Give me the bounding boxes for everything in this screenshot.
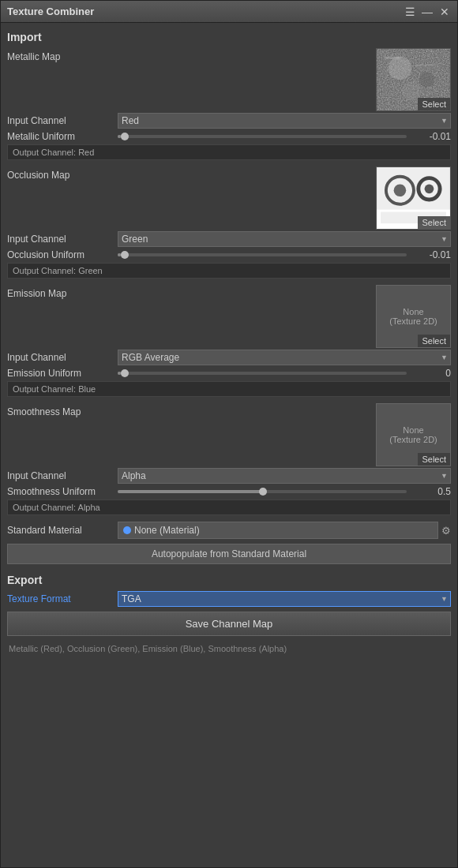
occlusion-map-block: Occlusion Map Select bbox=[7, 166, 451, 279]
footer-text: Metallic (Red), Occlusion (Green), Emiss… bbox=[7, 641, 451, 657]
metallic-slider-track bbox=[118, 135, 407, 138]
svg-rect-5 bbox=[385, 57, 400, 59]
occlusion-input-channel-select[interactable]: Green bbox=[118, 231, 451, 247]
smoothness-slider-fill bbox=[118, 490, 262, 493]
title-bar-left: Texture Combiner bbox=[7, 6, 94, 17]
smoothness-uniform-slider[interactable] bbox=[118, 486, 407, 497]
emission-none-label: None bbox=[403, 307, 423, 316]
metallic-map-block: Metallic Map bbox=[7, 48, 451, 160]
emission-slider-track bbox=[118, 372, 407, 375]
svg-point-12 bbox=[425, 184, 434, 193]
smoothness-uniform-row: Smoothness Uniform 0.5 bbox=[7, 486, 451, 497]
occlusion-input-channel-row: Input Channel Green bbox=[7, 231, 451, 247]
occlusion-map-thumbnail: Select bbox=[376, 166, 451, 230]
occlusion-map-label: Occlusion Map bbox=[7, 166, 376, 181]
window-title: Texture Combiner bbox=[7, 6, 94, 17]
emission-map-label: Emission Map bbox=[7, 285, 376, 299]
texture-format-dropdown-wrapper: TGA bbox=[118, 591, 451, 607]
material-value-container: None (Material) bbox=[118, 522, 438, 539]
occlusion-slider-thumb[interactable] bbox=[121, 251, 129, 259]
smoothness-slider-track bbox=[118, 490, 407, 493]
svg-point-10 bbox=[394, 184, 407, 196]
smoothness-select-button[interactable]: Select bbox=[418, 453, 450, 466]
occlusion-map-row: Occlusion Map Select bbox=[7, 166, 451, 230]
metallic-select-button[interactable]: Select bbox=[418, 98, 450, 110]
minimize-icon[interactable]: — bbox=[421, 6, 434, 18]
metallic-input-channel-select[interactable]: Red bbox=[118, 113, 451, 129]
title-bar-controls: ☰ — ✕ bbox=[404, 6, 451, 18]
metallic-uniform-label: Metallic Uniform bbox=[7, 131, 118, 142]
occlusion-output-channel: Output Channel: Green bbox=[7, 263, 451, 279]
metallic-input-channel-row: Input Channel Red bbox=[7, 113, 451, 129]
metallic-map-thumbnail: Select bbox=[376, 48, 451, 111]
emission-output-channel: Output Channel: Blue bbox=[7, 381, 451, 397]
metallic-uniform-slider[interactable] bbox=[118, 131, 407, 142]
smoothness-input-channel-dropdown-wrapper: Alpha bbox=[118, 468, 451, 484]
emission-map-row: Emission Map None (Texture 2D) Select bbox=[7, 285, 451, 348]
svg-point-2 bbox=[389, 57, 411, 80]
occlusion-uniform-label: Occlusion Uniform bbox=[7, 249, 118, 260]
emission-input-channel-dropdown-wrapper: RGB Average bbox=[118, 350, 451, 365]
metallic-input-channel-label: Input Channel bbox=[7, 115, 118, 126]
smoothness-input-channel-label: Input Channel bbox=[7, 470, 118, 481]
material-label: Standard Material bbox=[7, 525, 118, 536]
save-channel-map-button[interactable]: Save Channel Map bbox=[7, 612, 451, 636]
emission-uniform-label: Emission Uniform bbox=[7, 368, 118, 379]
occlusion-input-channel-label: Input Channel bbox=[7, 234, 118, 245]
smoothness-none-label: None bbox=[403, 425, 423, 435]
svg-point-3 bbox=[419, 72, 435, 88]
occlusion-uniform-row: Occlusion Uniform -0.01 bbox=[7, 249, 451, 260]
metallic-slider-thumb[interactable] bbox=[121, 133, 129, 140]
emission-input-channel-select[interactable]: RGB Average bbox=[118, 350, 451, 365]
metallic-output-channel: Output Channel: Red bbox=[7, 144, 451, 160]
texture-format-select[interactable]: TGA bbox=[118, 591, 451, 607]
import-header: Import bbox=[7, 31, 451, 43]
emission-uniform-value: 0 bbox=[411, 368, 451, 379]
metallic-map-row: Metallic Map bbox=[7, 48, 451, 111]
smoothness-input-channel-select[interactable]: Alpha bbox=[118, 468, 451, 484]
emission-select-button[interactable]: Select bbox=[418, 335, 450, 347]
material-dot-icon bbox=[123, 526, 131, 534]
emission-map-block: Emission Map None (Texture 2D) Select In… bbox=[7, 285, 451, 397]
emission-none-sub: (Texture 2D) bbox=[389, 316, 437, 326]
main-content: Import Metallic Map bbox=[1, 23, 457, 867]
smoothness-uniform-label: Smoothness Uniform bbox=[7, 486, 118, 497]
smoothness-input-channel-row: Input Channel Alpha bbox=[7, 468, 451, 484]
metallic-uniform-row: Metallic Uniform -0.01 bbox=[7, 131, 451, 142]
emission-uniform-slider[interactable] bbox=[118, 368, 407, 379]
emission-input-channel-row: Input Channel RGB Average bbox=[7, 350, 451, 365]
title-bar: Texture Combiner ☰ — ✕ bbox=[1, 1, 457, 23]
material-value-text: None (Material) bbox=[134, 525, 200, 536]
metallic-uniform-value: -0.01 bbox=[411, 131, 451, 142]
export-header: Export bbox=[7, 574, 451, 586]
emission-slider-thumb[interactable] bbox=[121, 369, 129, 377]
smoothness-output-channel: Output Channel: Alpha bbox=[7, 499, 451, 515]
texture-combiner-window: Texture Combiner ☰ — ✕ Import Metallic M… bbox=[0, 0, 458, 868]
metallic-map-label: Metallic Map bbox=[7, 48, 376, 62]
smoothness-map-row: Smoothness Map None (Texture 2D) Select bbox=[7, 403, 451, 466]
smoothness-map-thumbnail: None (Texture 2D) Select bbox=[376, 403, 451, 466]
occlusion-input-channel-dropdown-wrapper: Green bbox=[118, 231, 451, 247]
smoothness-none-sub: (Texture 2D) bbox=[389, 435, 437, 444]
export-format-row: Texture Format TGA bbox=[7, 591, 451, 607]
svg-rect-6 bbox=[415, 65, 438, 66]
smoothness-slider-thumb[interactable] bbox=[259, 488, 267, 496]
occlusion-slider-track bbox=[118, 253, 407, 256]
smoothness-uniform-value: 0.5 bbox=[411, 486, 451, 497]
texture-format-label: Texture Format bbox=[7, 593, 118, 604]
close-icon[interactable]: ✕ bbox=[438, 6, 451, 18]
emission-input-channel-label: Input Channel bbox=[7, 352, 118, 363]
menu-icon[interactable]: ☰ bbox=[404, 6, 416, 18]
emission-uniform-row: Emission Uniform 0 bbox=[7, 368, 451, 379]
smoothness-map-label: Smoothness Map bbox=[7, 403, 376, 417]
autopopulate-button[interactable]: Autopopulate from Standard Material bbox=[7, 544, 451, 564]
material-row: Standard Material None (Material) ⚙ bbox=[7, 522, 451, 539]
material-gear-icon[interactable]: ⚙ bbox=[441, 525, 451, 537]
occlusion-uniform-value: -0.01 bbox=[411, 249, 451, 260]
emission-map-thumbnail: None (Texture 2D) Select bbox=[376, 285, 451, 348]
occlusion-uniform-slider[interactable] bbox=[118, 249, 407, 260]
occlusion-select-button[interactable]: Select bbox=[418, 216, 450, 229]
smoothness-map-block: Smoothness Map None (Texture 2D) Select … bbox=[7, 403, 451, 515]
metallic-input-channel-dropdown-wrapper: Red bbox=[118, 113, 451, 129]
